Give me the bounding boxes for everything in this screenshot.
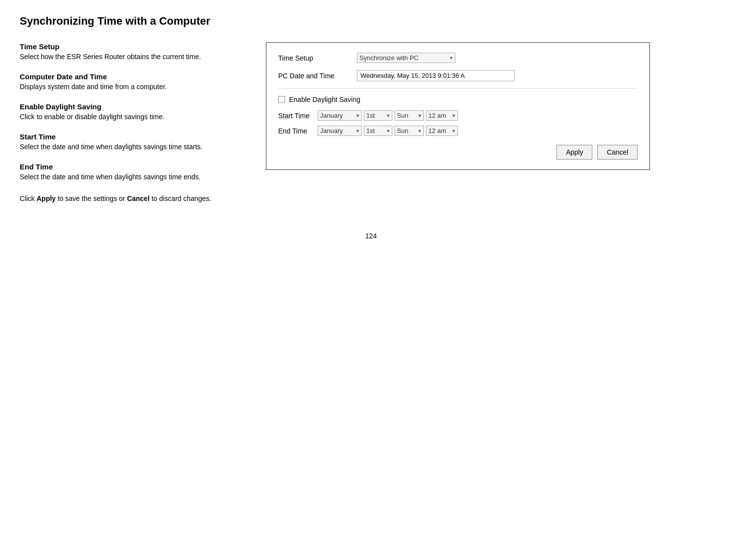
page-number: 124 <box>20 232 722 240</box>
time-setup-row: Time Setup Synchronize with PCManualNTP … <box>278 53 638 63</box>
start-time-selects: JanuaryFebruaryMarchAprilMayJuneJulyAugu… <box>318 110 458 121</box>
apply-button[interactable]: Apply <box>556 145 592 160</box>
end-time-label: End Time <box>278 127 318 135</box>
section-title-enable-daylight: Enable Daylight Saving <box>20 102 246 111</box>
time-setup-select-wrapper: Synchronize with PCManualNTP Server <box>357 53 455 63</box>
pc-date-row: PC Date and Time <box>278 70 638 81</box>
ui-panel: Time Setup Synchronize with PCManualNTP … <box>266 42 650 170</box>
end-time-row: End Time JanuaryFebruaryMarchAprilMayJun… <box>278 126 638 136</box>
section-desc-computer-date-time: Displays system date and time from a com… <box>20 83 246 91</box>
daylight-checkbox[interactable] <box>278 96 285 103</box>
end-month-wrapper: JanuaryFebruaryMarchAprilMayJuneJulyAugu… <box>318 126 362 136</box>
end-month-select[interactable]: JanuaryFebruaryMarchAprilMayJuneJulyAugu… <box>318 126 362 136</box>
section-title-end-time: End Time <box>20 163 246 171</box>
section-desc-enable-daylight: Click to enable or disable daylight savi… <box>20 113 246 121</box>
button-row: Apply Cancel <box>278 145 638 160</box>
end-day-select[interactable]: 1st2nd3rd4thLast <box>364 126 392 136</box>
time-setup-label: Time Setup <box>278 54 357 62</box>
end-hour-wrapper: 12 am1 am2 am3 am4 am5 am6 am7 am8 am9 a… <box>426 126 458 136</box>
pc-date-input[interactable] <box>357 70 515 81</box>
start-weekday-wrapper: SunMonTueWedThuFriSat <box>394 110 424 121</box>
start-time-row: Start Time JanuaryFebruaryMarchAprilMayJ… <box>278 110 638 121</box>
end-weekday-select[interactable]: SunMonTueWedThuFriSat <box>394 126 424 136</box>
bottom-cancel-inline: Cancel <box>127 195 150 202</box>
cancel-button[interactable]: Cancel <box>597 145 638 160</box>
start-time-label: Start Time <box>278 112 318 120</box>
bottom-apply-inline: Apply <box>36 195 56 202</box>
start-month-select[interactable]: JanuaryFebruaryMarchAprilMayJuneJulyAugu… <box>318 110 362 121</box>
section-enable-daylight: Enable Daylight Saving Click to enable o… <box>20 102 246 121</box>
section-end-time: End Time Select the date and time when d… <box>20 163 246 181</box>
right-column: Time Setup Synchronize with PCManualNTP … <box>266 42 650 170</box>
bottom-text-suffix: to discard changes. <box>150 195 211 202</box>
end-weekday-wrapper: SunMonTueWedThuFriSat <box>394 126 424 136</box>
start-month-wrapper: JanuaryFebruaryMarchAprilMayJuneJulyAugu… <box>318 110 362 121</box>
start-hour-select[interactable]: 12 am1 am2 am3 am4 am5 am6 am7 am8 am9 a… <box>426 110 458 121</box>
divider <box>278 88 638 89</box>
bottom-text-middle: to save the settings or <box>56 195 127 202</box>
section-computer-date-time: Computer Date and Time Displays system d… <box>20 72 246 91</box>
time-setup-control: Synchronize with PCManualNTP Server <box>357 53 455 63</box>
section-desc-end-time: Select the date and time when daylights … <box>20 173 246 181</box>
daylight-label: Enable Daylight Saving <box>289 96 360 103</box>
time-setup-select[interactable]: Synchronize with PCManualNTP Server <box>357 53 455 63</box>
start-day-wrapper: 1st2nd3rd4thLast <box>364 110 392 121</box>
section-title-time-setup: Time Setup <box>20 42 246 51</box>
section-title-computer-date-time: Computer Date and Time <box>20 72 246 81</box>
end-day-wrapper: 1st2nd3rd4thLast <box>364 126 392 136</box>
end-hour-select[interactable]: 12 am1 am2 am3 am4 am5 am6 am7 am8 am9 a… <box>426 126 458 136</box>
section-desc-time-setup: Select how the ESR Series Router obtains… <box>20 53 246 61</box>
section-time-setup: Time Setup Select how the ESR Series Rou… <box>20 42 246 61</box>
daylight-row: Enable Daylight Saving <box>278 96 638 103</box>
bottom-text-prefix: Click <box>20 195 36 202</box>
pc-date-label: PC Date and Time <box>278 72 357 80</box>
page-title: Synchronizing Time with a Computer <box>20 15 722 28</box>
start-day-select[interactable]: 1st2nd3rd4thLast <box>364 110 392 121</box>
left-column: Time Setup Select how the ESR Series Rou… <box>20 42 246 202</box>
section-title-start-time: Start Time <box>20 132 246 141</box>
start-weekday-select[interactable]: SunMonTueWedThuFriSat <box>394 110 424 121</box>
start-hour-wrapper: 12 am1 am2 am3 am4 am5 am6 am7 am8 am9 a… <box>426 110 458 121</box>
end-time-selects: JanuaryFebruaryMarchAprilMayJuneJulyAugu… <box>318 126 458 136</box>
section-desc-start-time: Select the date and time when daylights … <box>20 143 246 151</box>
section-start-time: Start Time Select the date and time when… <box>20 132 246 151</box>
bottom-text: Click Apply to save the settings or Canc… <box>20 195 246 202</box>
